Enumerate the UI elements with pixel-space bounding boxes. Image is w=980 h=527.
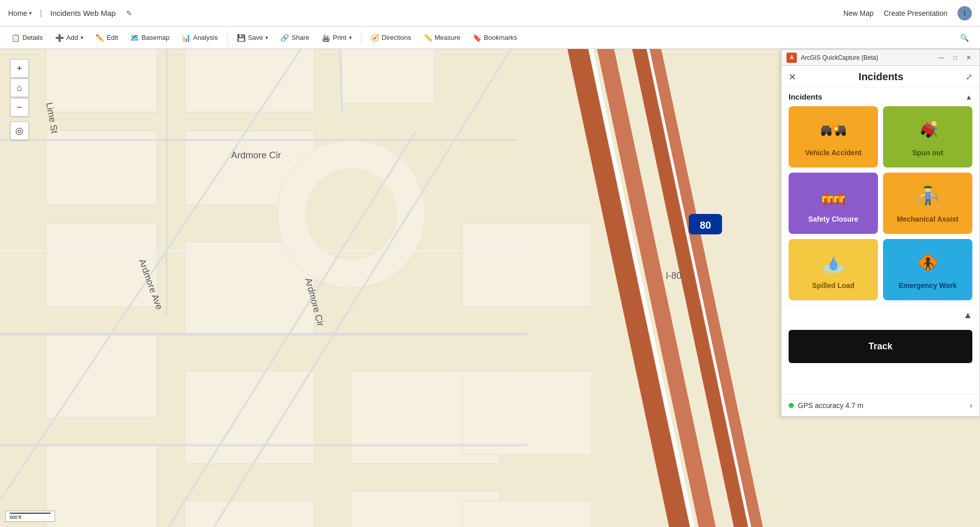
analysis-button[interactable]: 📊 Analysis: [177, 31, 223, 44]
safety-closure-label: Safety Closure: [808, 215, 858, 223]
svg-line-93: [926, 199, 927, 205]
home-label: Home: [8, 9, 27, 17]
incidents-section: Incidents ▲: [781, 87, 979, 306]
edit-title-icon[interactable]: ✎: [126, 9, 132, 17]
spilled-load-icon: [820, 251, 847, 277]
locate-button[interactable]: ◎: [10, 122, 29, 140]
svg-text:💥: 💥: [831, 124, 840, 133]
basemap-icon: 🗺️: [130, 34, 139, 42]
edit-button[interactable]: ✏️ Edit: [90, 31, 123, 44]
edit-label: Edit: [107, 34, 118, 41]
save-dropdown-arrow: ▾: [265, 35, 268, 40]
zoom-out-button[interactable]: −: [10, 98, 29, 116]
zoom-in-button[interactable]: +: [10, 59, 29, 78]
quickcapture-panel: A ArcGIS QuickCapture (Beta) — □ ✕ ✕ Inc…: [781, 49, 980, 417]
user-avatar[interactable]: I: [958, 6, 972, 20]
svg-rect-112: [933, 267, 935, 269]
directions-button[interactable]: 🧭 Directions: [365, 31, 416, 44]
svg-rect-3: [46, 49, 157, 112]
vehicle-accident-label: Vehicle Accident: [805, 149, 862, 157]
track-section: Track: [781, 325, 979, 394]
measure-button[interactable]: 📏 Measure: [419, 31, 466, 44]
home-dropdown-arrow: ▾: [29, 10, 32, 16]
incidents-section-header: Incidents ▲: [789, 92, 972, 101]
mechanical-assist-button[interactable]: Mechanical Assist: [883, 173, 972, 234]
svg-point-103: [839, 271, 841, 273]
edit-icon: ✏️: [95, 34, 104, 42]
add-button[interactable]: ➕ Add ▾: [50, 31, 88, 44]
save-button[interactable]: 💾 Save ▾: [232, 31, 274, 44]
svg-point-58: [821, 132, 825, 136]
basemap-button[interactable]: 🗺️ Basemap: [125, 31, 175, 44]
spun-out-button[interactable]: Spun out: [883, 106, 972, 167]
svg-marker-83: [825, 190, 828, 196]
analysis-label: Analysis: [193, 34, 217, 41]
home-map-button[interactable]: ⌂: [10, 79, 29, 97]
directions-icon: 🧭: [371, 34, 379, 42]
panel-title: Incidents: [859, 71, 903, 83]
window-buttons: — □ ✕: [935, 53, 974, 62]
map-title: Incidents Web Map: [51, 9, 116, 17]
incidents-grid: 💥 Vehicle Accident: [789, 106, 972, 300]
svg-rect-14: [185, 501, 314, 527]
mechanical-assist-icon: [915, 185, 941, 211]
bookmarks-label: Bookmarks: [484, 34, 517, 41]
vehicle-accident-icon: 💥: [820, 118, 847, 145]
svg-rect-88: [925, 192, 931, 199]
svg-rect-22: [462, 223, 592, 306]
gps-expand-arrow[interactable]: ›: [970, 401, 972, 410]
panel-expand-button[interactable]: ⤢: [966, 72, 972, 82]
search-icon: 🔍: [960, 34, 969, 42]
svg-rect-7: [46, 445, 157, 527]
svg-line-73: [934, 132, 937, 137]
add-label: Add: [66, 34, 78, 41]
svg-point-59: [827, 132, 831, 136]
gps-info: GPS accuracy 4.7 m: [789, 401, 863, 410]
svg-marker-99: [831, 256, 836, 261]
safety-closure-button[interactable]: Safety Closure: [789, 173, 878, 234]
svg-point-101: [840, 265, 843, 268]
svg-point-63: [842, 132, 846, 136]
share-button[interactable]: 🔗 Share: [275, 31, 314, 44]
toolbar-separator-1: [227, 31, 228, 45]
home-button[interactable]: Home ▾: [8, 9, 32, 17]
create-presentation-button[interactable]: Create Presentation: [884, 9, 947, 17]
svg-rect-57: [822, 126, 829, 130]
vehicle-accident-button[interactable]: 💥 Vehicle Accident: [789, 106, 878, 167]
maximize-button[interactable]: □: [950, 53, 960, 62]
svg-point-69: [932, 121, 937, 126]
panel-close-button[interactable]: ✕: [789, 71, 796, 83]
scroll-up-arrow[interactable]: ▲: [963, 310, 972, 321]
new-map-button[interactable]: New Map: [843, 9, 873, 17]
track-button[interactable]: Track: [789, 330, 972, 363]
window-close-button[interactable]: ✕: [963, 53, 974, 62]
qc-titlebar: A ArcGIS QuickCapture (Beta) — □ ✕: [781, 50, 979, 66]
svg-marker-84: [839, 190, 842, 196]
share-label: Share: [291, 34, 309, 41]
bookmarks-icon: 🔖: [473, 34, 481, 42]
spilled-load-button[interactable]: Spilled Load: [789, 239, 878, 300]
collapse-button[interactable]: ▲: [965, 93, 972, 101]
details-button[interactable]: 📋 Details: [6, 31, 48, 44]
gps-status-bar: GPS accuracy 4.7 m ›: [781, 394, 979, 416]
svg-rect-13: [185, 371, 314, 464]
scale-bar: 500 ft: [5, 511, 55, 522]
safety-closure-icon: [820, 185, 847, 211]
gps-status-dot: [789, 403, 794, 408]
gps-accuracy-text: GPS accuracy 4.7 m: [798, 401, 863, 410]
basemap-label: Basemap: [141, 34, 169, 41]
svg-rect-82: [843, 198, 845, 205]
measure-label: Measure: [435, 34, 461, 41]
print-dropdown-arrow: ▾: [349, 35, 352, 40]
svg-rect-4: [46, 131, 157, 205]
spilled-load-label: Spilled Load: [812, 281, 854, 290]
search-button[interactable]: 🔍: [955, 31, 974, 44]
print-button[interactable]: 🖨️ Print ▾: [316, 31, 357, 44]
spun-out-icon: [915, 118, 941, 145]
svg-rect-16: [342, 49, 434, 103]
bookmarks-button[interactable]: 🔖 Bookmarks: [468, 31, 522, 44]
minimize-button[interactable]: —: [935, 53, 947, 62]
measure-icon: 📏: [424, 34, 432, 42]
print-icon: 🖨️: [322, 34, 330, 42]
emergency-work-button[interactable]: Emergency Work: [883, 239, 972, 300]
